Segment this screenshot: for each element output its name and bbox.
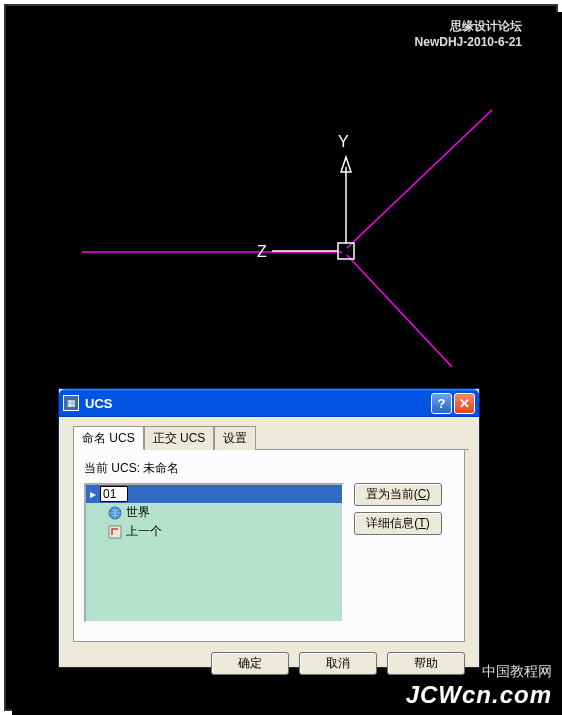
globe-icon (108, 506, 122, 520)
cancel-button[interactable]: 取消 (299, 652, 377, 675)
titlebar-close-button[interactable]: ✕ (454, 393, 475, 414)
dialog-button-row: 确定 取消 帮助 (59, 646, 479, 683)
app-frame: 思缘设计论坛 NewDHJ-2010-6-21 Y Z (4, 4, 558, 711)
y-axis-label: Y (338, 133, 349, 150)
tab-strip: 命名 UCS 正交 UCS 设置 (73, 425, 469, 450)
tree-item-label: 上一个 (126, 523, 162, 540)
tab-named-ucs[interactable]: 命名 UCS (73, 426, 144, 450)
dialog-title: UCS (85, 396, 429, 411)
ok-button[interactable]: 确定 (211, 652, 289, 675)
tree-item-editing[interactable]: ▸ (86, 485, 342, 503)
tree-item-previous[interactable]: 上一个 (86, 522, 342, 541)
previous-ucs-icon (108, 525, 122, 539)
svg-rect-4 (109, 526, 121, 538)
ucs-axes: Y Z (257, 133, 351, 260)
help-button[interactable]: 帮助 (387, 652, 465, 675)
line-upper-right (347, 110, 492, 248)
side-button-group: 置为当前(C) 详细信息(T) (354, 483, 442, 623)
current-ucs-label: 当前 UCS: 未命名 (84, 460, 454, 477)
titlebar-help-button[interactable]: ? (431, 393, 452, 414)
set-current-button[interactable]: 置为当前(C) (354, 483, 442, 506)
ucs-tree[interactable]: ▸ 世界 上一个 (84, 483, 344, 623)
details-button[interactable]: 详细信息(T) (354, 512, 442, 535)
ucs-dialog: ▦ UCS ? ✕ 命名 UCS 正交 UCS 设置 当前 UCS: 未命名 ▸ (58, 388, 480, 668)
cad-viewport: 思缘设计论坛 NewDHJ-2010-6-21 Y Z (12, 12, 562, 715)
tab-panel-named: 当前 UCS: 未命名 ▸ 世界 (73, 450, 465, 642)
z-axis-label: Z (257, 243, 267, 260)
tree-item-world[interactable]: 世界 (86, 503, 342, 522)
tree-arrow-icon: ▸ (90, 487, 96, 501)
tree-item-label: 世界 (126, 504, 150, 521)
line-lower-right (347, 255, 452, 367)
dialog-body: 命名 UCS 正交 UCS 设置 当前 UCS: 未命名 ▸ (59, 417, 479, 646)
tab-ortho-ucs[interactable]: 正交 UCS (144, 426, 215, 450)
dialog-icon: ▦ (63, 395, 79, 411)
ucs-name-input[interactable] (100, 486, 128, 502)
ucs-origin-marker (338, 243, 354, 259)
tab-settings[interactable]: 设置 (214, 426, 256, 450)
dialog-titlebar[interactable]: ▦ UCS ? ✕ (59, 389, 479, 417)
